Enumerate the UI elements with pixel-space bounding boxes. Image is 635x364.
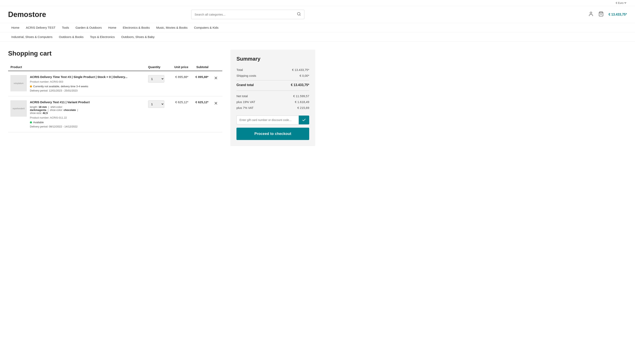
svg-point-2 <box>590 12 592 14</box>
total-label: Total <box>236 68 243 72</box>
summary-row-vat19: plus 19% VAT € 1.618,49 <box>236 99 309 105</box>
remove-cell-1: ✕ <box>211 71 222 96</box>
gift-card-input[interactable] <box>236 116 299 124</box>
logo[interactable]: Demostore <box>8 10 46 19</box>
availability-2: Available <box>30 121 143 124</box>
shipping-label: Shipping costs <box>236 74 256 77</box>
nav-item-home2[interactable]: Home <box>105 23 120 32</box>
product-thumbnail-1: voluptatum <box>11 75 27 91</box>
vat-rows: Net total € 11.599,57 plus 19% VAT € 1.6… <box>236 90 309 111</box>
nav-item-toys[interactable]: Toys & Electronics <box>87 32 118 42</box>
delivery-period-1: Delivery period: 12/01/2023 - 25/01/2023 <box>30 89 143 92</box>
top-bar: € Euro <box>0 0 635 6</box>
summary-title: Summary <box>236 56 309 62</box>
cart-title: Shopping cart <box>8 50 222 57</box>
summary-row-shipping: Shipping costs € 0,00* <box>236 73 309 78</box>
nav-item-tools[interactable]: Tools <box>59 23 72 32</box>
net-amount: € 11.599,57 <box>293 94 309 98</box>
grand-total-amount: € 13.433,75* <box>291 83 309 87</box>
summary-box: Summary Total € 13.433,75* Shipping cost… <box>230 50 315 146</box>
main-content: Shopping cart Product Quantity Unit pric… <box>0 42 323 158</box>
total-amount: € 13.433,75* <box>292 68 309 72</box>
nav-item-music[interactable]: Music, Movies & Books <box>153 23 191 32</box>
cart-total-amount[interactable]: € 13.433,75* <box>608 13 627 16</box>
table-row: reprehenderit ACRIS Delivery Test #11 | … <box>8 96 222 132</box>
product-info-2: ACRIS Delivery Test #11 | Variant Produc… <box>30 100 143 128</box>
grand-total-label: Grand total <box>236 83 254 87</box>
product-name-1: ACRIS Delivery Time Test #3 | Single Pro… <box>30 75 143 78</box>
net-label: Net total <box>236 94 248 98</box>
checkmark-icon <box>302 118 306 122</box>
shipping-amount: € 0,00* <box>300 74 309 77</box>
nav-primary: Home ACRIS Delivery TEST Tools Garden & … <box>0 23 635 32</box>
nav-secondary: Industrial, Shoes & Computers Outdoors &… <box>0 32 635 42</box>
checkout-button[interactable]: Proceed to checkout <box>236 128 309 140</box>
variant-info-2: length: 18 mm | shirt-color: darkmagenta… <box>30 106 143 114</box>
nav-item-acris[interactable]: ACRIS Delivery TEST <box>23 23 59 32</box>
product-info-1: ACRIS Delivery Time Test #3 | Single Pro… <box>30 75 143 92</box>
nav-item-garden[interactable]: Garden & Outdoors <box>72 23 105 32</box>
nav-item-industrial[interactable]: Industrial, Shoes & Computers <box>8 32 56 42</box>
header-icons: € 13.433,75* <box>588 11 627 18</box>
col-subtotal: Subtotal <box>191 63 211 71</box>
col-product: Product <box>8 63 146 71</box>
col-unit-price: Unit price <box>169 63 191 71</box>
product-number-1: Product number: ACRIS-003 <box>30 80 143 83</box>
search-icon <box>297 12 301 16</box>
summary-row-vat7: plus 7% VAT € 215,69 <box>236 105 309 111</box>
quantity-selector-2[interactable]: 1 <box>148 100 164 108</box>
remove-cell-2: ✕ <box>211 96 222 132</box>
col-quantity: Quantity <box>146 63 170 71</box>
svg-line-1 <box>300 15 301 16</box>
user-icon[interactable] <box>588 11 593 18</box>
search-bar[interactable] <box>191 10 304 19</box>
cart-section: Shopping cart Product Quantity Unit pric… <box>8 50 222 146</box>
summary-row-total: Total € 13.433,75* <box>236 67 309 73</box>
logo-text-light: Demo <box>8 10 28 18</box>
delivery-period-2: Delivery period: 08/12/2022 - 14/12/2022 <box>30 125 143 128</box>
quantity-selector-1[interactable]: 1 <box>148 75 164 82</box>
nav-item-computers[interactable]: Computers & Kids <box>191 23 222 32</box>
availability-dot-1 <box>30 86 32 88</box>
product-cell-2: reprehenderit ACRIS Delivery Test #11 | … <box>11 100 143 128</box>
product-thumbnail-2: reprehenderit <box>11 100 27 116</box>
gift-card-apply-button[interactable] <box>299 116 309 124</box>
availability-text-1: Currently not available, delivery time 3… <box>33 85 88 88</box>
product-number-2: Product number: ACRIS-011.22 <box>30 116 143 119</box>
unit-price-1: € 895,88* <box>169 71 191 96</box>
remove-button-1[interactable]: ✕ <box>213 75 219 81</box>
summary-row-grand: Grand total € 13.433,75* <box>236 80 309 88</box>
search-input[interactable] <box>195 13 295 16</box>
gift-card-row <box>236 116 309 124</box>
remove-button-2[interactable]: ✕ <box>213 100 219 106</box>
availability-1: Currently not available, delivery time 3… <box>30 85 143 88</box>
product-name-2: ACRIS Delivery Test #11 | Variant Produc… <box>30 100 143 104</box>
vat7-amount: € 215,69 <box>297 106 309 110</box>
table-row: voluptatum ACRIS Delivery Time Test #3 |… <box>8 71 222 96</box>
availability-text-2: Available <box>33 121 44 124</box>
summary-row-net: Net total € 11.599,57 <box>236 93 309 99</box>
currency-selector[interactable]: € Euro <box>615 1 627 5</box>
vat19-label: plus 19% VAT <box>236 100 255 104</box>
search-button[interactable] <box>297 12 301 17</box>
vat19-amount: € 1.618,49 <box>295 100 309 104</box>
nav-item-home[interactable]: Home <box>8 23 23 32</box>
availability-dot-2 <box>30 122 32 124</box>
cart-icon[interactable] <box>598 11 604 18</box>
header: Demostore € 13.433,75* <box>0 6 635 23</box>
summary-panel: Summary Total € 13.433,75* Shipping cost… <box>230 50 315 146</box>
logo-text-bold: store <box>28 10 46 18</box>
subtotal-2: € 625,12* <box>191 96 211 132</box>
nav-item-outdoors-books[interactable]: Outdoors & Books <box>56 32 87 42</box>
nav-item-electronics[interactable]: Electronics & Books <box>120 23 153 32</box>
cart-table: Product Quantity Unit price Subtotal vol… <box>8 63 222 132</box>
unit-price-2: € 625,12* <box>169 96 191 132</box>
nav-item-outdoors-baby[interactable]: Outdoors, Shoes & Baby <box>118 32 158 42</box>
subtotal-1: € 895,88* <box>191 71 211 96</box>
product-cell-1: voluptatum ACRIS Delivery Time Test #3 |… <box>11 75 143 92</box>
vat7-label: plus 7% VAT <box>236 106 253 110</box>
